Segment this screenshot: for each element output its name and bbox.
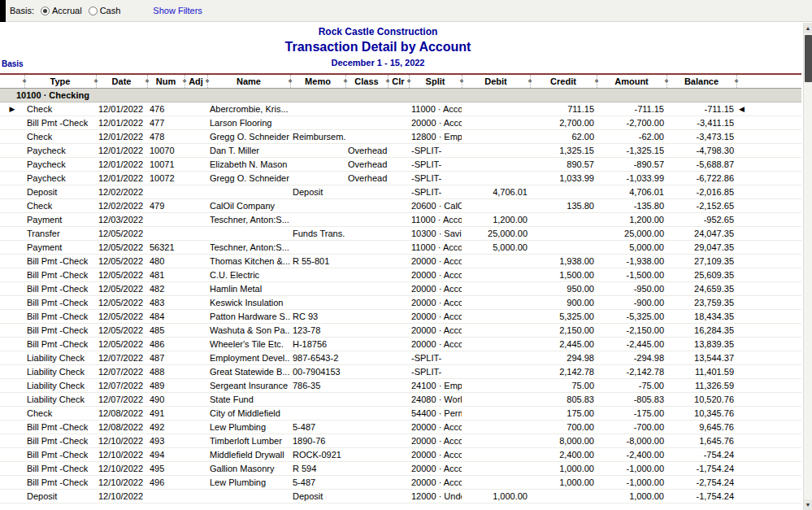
cell-credit[interactable]: 890.57 (530, 157, 597, 171)
cell-adj[interactable] (185, 102, 207, 116)
cell-memo[interactable] (290, 268, 345, 281)
cell-credit[interactable] (530, 212, 597, 226)
column-resize-handle-icon[interactable]: ⋄ (343, 77, 347, 85)
cell-balance[interactable]: -2,754.24 (667, 475, 736, 489)
cell-adj[interactable] (185, 268, 207, 281)
cell-credit[interactable]: 2,150.00 (530, 323, 597, 337)
cell-memo[interactable] (290, 281, 345, 295)
cell-memo[interactable]: 987-6543-2 (290, 351, 345, 364)
cell-credit[interactable]: 294.98 (530, 351, 597, 364)
cell-balance[interactable]: 16,284.35 (667, 323, 736, 337)
cell-name[interactable]: Keswick Insulation (207, 295, 290, 309)
cell-amount[interactable]: -2,400.00 (597, 447, 667, 461)
cell-name[interactable]: Lew Plumbing (207, 475, 290, 489)
cell-class[interactable] (345, 129, 388, 143)
cell-clr[interactable] (388, 102, 409, 116)
cell-date[interactable]: 12/01/2022 (96, 171, 147, 185)
cell-debit[interactable] (462, 254, 530, 268)
cell-num[interactable]: 494 (147, 447, 185, 461)
cell-balance[interactable]: 9,645.76 (667, 420, 736, 434)
cell-class[interactable] (345, 406, 388, 420)
cell-amount[interactable]: -900.00 (597, 295, 667, 309)
cell-clr[interactable] (388, 268, 409, 281)
cell-credit[interactable]: 1,000.00 (530, 475, 597, 489)
cell-type[interactable]: Bill Pmt -Check (24, 323, 96, 337)
cell-name[interactable]: City of Middlefield (207, 406, 290, 420)
accrual-radio-label[interactable]: Accrual (52, 6, 82, 15)
cell-credit[interactable]: 75.00 (530, 378, 597, 392)
cell-adj[interactable] (185, 157, 207, 171)
cell-amount[interactable]: -1,500.00 (597, 268, 667, 281)
cell-memo[interactable]: 123-78 (290, 323, 345, 337)
cell-balance[interactable]: 13,839.35 (667, 337, 736, 351)
cell-credit[interactable]: 805.83 (530, 392, 597, 406)
cell-clr[interactable] (388, 254, 409, 268)
cell-amount[interactable]: -5,325.00 (597, 309, 667, 323)
column-header-name[interactable]: Name⋄ (207, 74, 290, 88)
cell-clr[interactable] (388, 295, 409, 309)
column-resize-handle-icon[interactable]: ⋄ (385, 77, 389, 85)
cell-date[interactable]: 12/10/2022 (96, 489, 147, 503)
cell-name[interactable]: Patton Hardware S... (207, 309, 290, 323)
cell-split[interactable]: 20600 · CalO... (409, 198, 462, 212)
cell-name[interactable]: CalOil Company (207, 198, 290, 212)
cell-adj[interactable] (185, 198, 207, 212)
cell-num[interactable]: 490 (147, 392, 185, 406)
cell-name[interactable] (207, 489, 290, 503)
cell-debit[interactable] (462, 157, 530, 171)
cell-name[interactable]: Washuta & Son Pa... (207, 323, 290, 337)
cell-memo[interactable]: R 55-801 (290, 254, 345, 268)
column-resize-handle-icon[interactable]: ⋄ (93, 77, 98, 85)
cell-amount[interactable]: -75.00 (597, 378, 667, 392)
cell-debit[interactable]: 4,706.01 (462, 185, 530, 198)
cell-type[interactable]: Bill Pmt -Check (24, 447, 96, 461)
cell-date[interactable]: 12/01/2022 (96, 157, 147, 171)
cell-date[interactable]: 12/02/2022 (96, 198, 147, 212)
accrual-radio[interactable] (41, 7, 50, 15)
transaction-row[interactable]: Liability Check12/07/2022488Great Statew… (0, 364, 801, 378)
cell-memo[interactable]: 5-487 (290, 475, 345, 489)
transaction-row[interactable]: Bill Pmt -Check12/05/2022484Patton Hardw… (0, 309, 801, 323)
cell-class[interactable] (345, 102, 388, 116)
cell-balance[interactable]: 10,520.76 (667, 392, 736, 406)
column-resize-handle-icon[interactable]: ⋄ (205, 77, 209, 85)
cell-clr[interactable] (388, 129, 409, 143)
scroll-down-icon[interactable]: ▼ (804, 499, 812, 510)
cell-credit[interactable] (530, 185, 597, 198)
cell-class[interactable] (345, 240, 388, 254)
cell-name[interactable] (207, 226, 290, 240)
cell-amount[interactable]: 1,200.00 (597, 212, 667, 226)
cell-class[interactable] (345, 461, 388, 475)
cell-type[interactable]: Liability Check (24, 392, 96, 406)
cell-type[interactable]: Paycheck (24, 143, 96, 157)
cell-name[interactable]: Gregg O. Schneider (207, 171, 290, 185)
cell-adj[interactable] (185, 406, 207, 420)
cell-num[interactable]: 479 (147, 198, 185, 212)
cell-split[interactable]: -SPLIT- (409, 364, 462, 378)
transaction-row[interactable]: Bill Pmt -Check12/01/2022477Larson Floor… (0, 116, 801, 129)
cell-type[interactable]: Liability Check (24, 364, 96, 378)
cell-credit[interactable]: 1,500.00 (530, 268, 597, 281)
cell-class[interactable] (345, 268, 388, 281)
cell-class[interactable] (345, 475, 388, 489)
cell-adj[interactable] (185, 240, 207, 254)
cell-date[interactable]: 12/01/2022 (96, 116, 147, 129)
cell-balance[interactable]: -5,688.87 (667, 157, 736, 171)
cell-amount[interactable]: -2,445.00 (597, 337, 667, 351)
cell-name[interactable]: State Fund (207, 392, 290, 406)
cell-amount[interactable]: 25,000.00 (597, 226, 667, 240)
transaction-row[interactable]: Bill Pmt -Check12/05/2022486Wheeler's Ti… (0, 337, 801, 351)
column-header-amount[interactable]: Amount⋄ (597, 74, 667, 88)
cell-type[interactable]: Bill Pmt -Check (24, 434, 96, 447)
transaction-row[interactable]: Check12/01/2022478Gregg O. SchneiderReim… (0, 129, 801, 143)
cell-clr[interactable] (388, 198, 409, 212)
column-resize-handle-icon[interactable]: ⋄ (734, 77, 738, 85)
cell-date[interactable]: 12/10/2022 (96, 475, 147, 489)
cell-adj[interactable] (185, 185, 207, 198)
cell-credit[interactable] (530, 240, 597, 254)
cell-num[interactable]: 489 (147, 378, 185, 392)
cell-name[interactable]: Teschner, Anton:S... (207, 240, 290, 254)
column-header-clr[interactable]: Clr⋄ (388, 74, 409, 88)
cell-adj[interactable] (185, 281, 207, 295)
cell-clr[interactable] (388, 337, 409, 351)
